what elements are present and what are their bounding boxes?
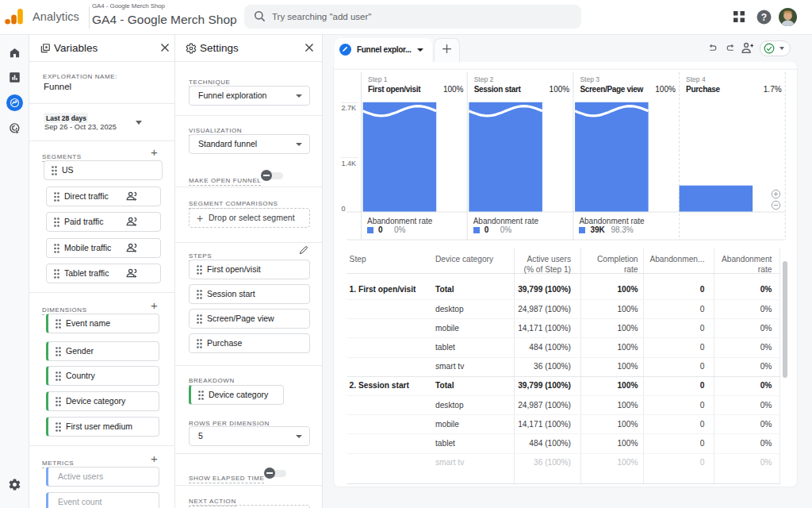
svg-text:?: ?	[761, 12, 767, 23]
